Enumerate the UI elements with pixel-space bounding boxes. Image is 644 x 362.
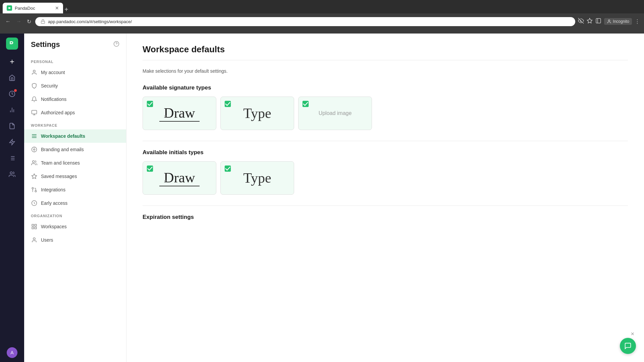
initials-type-text: Type: [243, 170, 271, 186]
nav-integrations-label: Integrations: [41, 187, 65, 192]
nav-item-users[interactable]: Users: [24, 233, 126, 247]
signature-type-type-card[interactable]: Type: [220, 97, 294, 130]
sidebar-icon-templates[interactable]: [5, 119, 19, 133]
notifications-icon: [31, 96, 38, 103]
star-icon[interactable]: [587, 18, 593, 25]
signature-types-title: Available signature types: [143, 84, 628, 91]
chat-button[interactable]: [620, 338, 636, 354]
sidebar-icon-add[interactable]: [5, 55, 19, 68]
svg-point-33: [33, 161, 35, 163]
nav-saved-messages-label: Saved messages: [41, 174, 77, 179]
lock-icon: [41, 19, 45, 24]
nav-item-workspaces[interactable]: Workspaces: [24, 220, 126, 233]
nav-item-workspace-defaults[interactable]: Workspace defaults: [24, 129, 126, 143]
eye-slash-icon[interactable]: [578, 18, 584, 25]
saved-messages-icon: [31, 173, 38, 180]
my-account-icon: [31, 69, 38, 76]
users-icon: [31, 237, 38, 243]
svg-marker-2: [587, 18, 592, 23]
url-bar[interactable]: app.pandadoc.com/a/#/settings/workspace/: [35, 17, 575, 26]
nav-item-team-licenses[interactable]: Team and licenses: [24, 156, 126, 170]
sig-draw-text: Draw: [164, 105, 195, 121]
sig-upload-text: Upload image: [319, 110, 352, 116]
signature-types-grid: Draw ✕ Type: [143, 97, 628, 130]
initials-type-draw-card[interactable]: Draw ✕: [143, 161, 216, 195]
initials-types-title: Available initials types: [143, 149, 628, 156]
nav-item-integrations[interactable]: Integrations: [24, 183, 126, 196]
sig-draw-x-mark: ✕: [164, 114, 167, 119]
icon-sidebar: A: [0, 34, 24, 362]
signature-type-draw-card[interactable]: Draw ✕: [143, 97, 216, 130]
workspaces-icon: [31, 223, 38, 230]
svg-point-30: [34, 149, 35, 150]
tab-favicon: [7, 5, 12, 11]
sig-type-content: Type: [225, 101, 290, 126]
back-button[interactable]: ←: [4, 17, 12, 26]
workspace-section-label: WORKSPACE: [24, 119, 126, 129]
new-tab-button[interactable]: +: [64, 6, 68, 13]
svg-marker-34: [32, 174, 37, 179]
page-divider: [143, 60, 628, 60]
initials-type-checkbox-checked[interactable]: [224, 165, 231, 172]
nav-item-authorized-apps[interactable]: Authorized apps: [24, 106, 126, 119]
nav-item-security[interactable]: Security: [24, 79, 126, 93]
nav-item-notifications[interactable]: Notifications: [24, 93, 126, 106]
svg-marker-12: [10, 139, 15, 145]
sidebar-icon-home[interactable]: [5, 71, 19, 84]
browser-nav-bar: ← → ↻ app.pandadoc.com/a/#/settings/work…: [0, 13, 644, 29]
sidebar-icon-automation[interactable]: [5, 135, 19, 149]
initials-type-type-card[interactable]: Type: [220, 161, 294, 195]
sig-type-text: Type: [243, 105, 271, 121]
initials-types-grid: Draw ✕ Type: [143, 161, 628, 195]
tab-close-button[interactable]: ✕: [55, 5, 59, 11]
workspace-defaults-icon: [31, 133, 38, 139]
initials-draw-checkbox-checked[interactable]: [146, 165, 154, 172]
upload-checkbox-checked[interactable]: [302, 100, 309, 108]
sidebar-icon-analytics[interactable]: [5, 103, 19, 117]
nav-item-early-access[interactable]: Early access: [24, 196, 126, 210]
nav-early-access-label: Early access: [41, 200, 67, 206]
sidebar-icon-documents[interactable]: [5, 87, 19, 101]
nav-item-saved-messages[interactable]: Saved messages: [24, 170, 126, 183]
initials-draw-x-mark: ✕: [164, 179, 167, 184]
nav-users-label: Users: [41, 237, 53, 243]
menu-icon[interactable]: ⋮: [635, 18, 640, 25]
reload-button[interactable]: ↻: [25, 17, 33, 26]
authorized-apps-icon: [31, 109, 38, 116]
incognito-label: Incognito: [613, 19, 629, 24]
sidebar-icon-catalog[interactable]: [5, 152, 19, 165]
app-logo[interactable]: [6, 38, 18, 50]
type-checkbox-checked[interactable]: [224, 100, 231, 108]
signature-type-upload-card[interactable]: Upload image: [298, 97, 372, 130]
svg-point-35: [35, 190, 37, 192]
forward-button[interactable]: →: [15, 17, 23, 26]
svg-rect-40: [35, 224, 37, 226]
nav-workspace-defaults-label: Workspace defaults: [41, 133, 85, 139]
svg-rect-41: [32, 227, 34, 229]
sidebar-icon[interactable]: [595, 18, 601, 25]
page-title: Workspace defaults: [143, 44, 628, 55]
help-icon[interactable]: [113, 41, 119, 49]
personal-section-label: PERSONAL: [24, 56, 126, 66]
section-divider-2: [143, 205, 628, 206]
browser-nav-icons: Incognito ⋮: [578, 18, 640, 25]
branding-emails-icon: [31, 146, 38, 153]
nav-item-branding-emails[interactable]: Branding and emails: [24, 143, 126, 156]
incognito-button[interactable]: Incognito: [604, 18, 632, 25]
tab-title: PandaDoc: [15, 6, 52, 11]
app-container: A Settings PERSONAL My account Security: [0, 34, 644, 362]
nav-item-my-account[interactable]: My account: [24, 66, 126, 79]
user-avatar[interactable]: A: [7, 347, 17, 358]
settings-sidebar: Settings PERSONAL My account Security No…: [24, 34, 126, 362]
svg-point-19: [10, 172, 12, 174]
browser-tab[interactable]: PandaDoc ✕: [3, 3, 63, 13]
nav-security-label: Security: [41, 83, 58, 88]
initials-draw-content: Draw ✕: [147, 166, 212, 190]
chat-close-button[interactable]: ✕: [631, 331, 635, 337]
settings-header: Settings: [24, 40, 126, 56]
sidebar-icon-contacts[interactable]: [5, 168, 19, 181]
draw-checkbox-checked[interactable]: [146, 100, 154, 108]
svg-point-43: [33, 238, 35, 240]
team-licenses-icon: [31, 160, 38, 166]
svg-point-22: [33, 70, 35, 72]
